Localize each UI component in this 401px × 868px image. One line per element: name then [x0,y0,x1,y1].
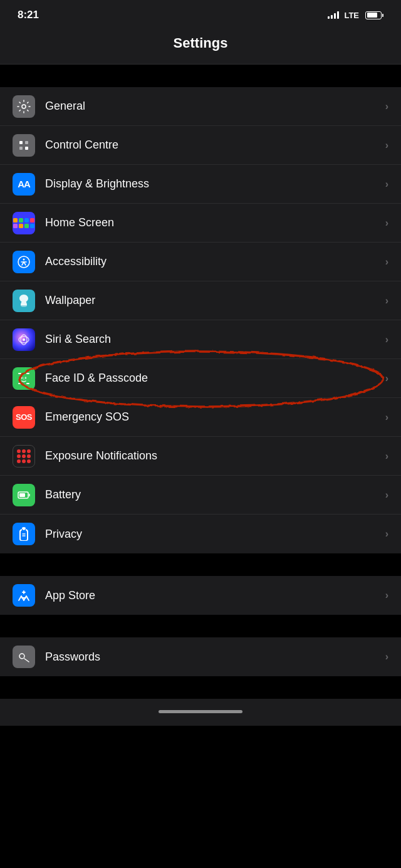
accessibility-chevron: › [385,256,388,268]
page-header: Settings [0,28,401,65]
control-centre-label: Control Centre [45,139,385,152]
siri-search-label: Siri & Search [45,333,385,346]
svg-rect-4 [25,147,28,150]
svg-rect-1 [19,141,23,144]
svg-point-26 [19,654,24,659]
section-gap-2 [0,553,401,576]
settings-item-face-id-passcode[interactable]: Face ID & Passcode › [0,359,401,398]
exposure-notifications-label: Exposure Notifications [45,449,385,463]
settings-item-wallpaper[interactable]: Wallpaper › [0,281,401,320]
face-id-icon [13,367,35,390]
svg-point-13 [23,338,25,341]
settings-section-2: App Store › [0,576,401,615]
settings-item-general[interactable]: General › [0,87,401,126]
display-brightness-icon: AA [13,173,35,196]
privacy-icon [13,523,35,545]
privacy-chevron: › [385,528,388,540]
settings-item-siri-search[interactable]: Siri & Search › [0,320,401,359]
wallpaper-label: Wallpaper [45,294,385,307]
siri-icon [13,328,35,351]
face-id-passcode-chevron: › [385,373,388,384]
home-screen-icon [13,212,35,234]
exposure-notifications-icon [13,445,35,468]
passwords-icon [13,646,35,668]
settings-section-3: Passwords › [0,637,401,676]
battery-label: Battery [45,488,385,501]
signal-bars-icon [328,11,339,19]
section-gap-top [0,65,401,87]
exposure-notifications-chevron: › [385,451,388,462]
wallpaper-chevron: › [385,295,388,306]
home-screen-chevron: › [385,217,388,229]
page-title: Settings [174,35,228,51]
settings-item-passwords[interactable]: Passwords › [0,637,401,676]
display-brightness-label: Display & Brightness [45,177,385,191]
svg-point-10 [21,304,27,306]
settings-item-control-centre[interactable]: Control Centre › [0,126,401,165]
emergency-sos-chevron: › [385,412,388,423]
settings-item-home-screen[interactable]: Home Screen › [0,204,401,243]
display-brightness-chevron: › [385,179,388,190]
settings-item-display-brightness[interactable]: AA Display & Brightness › [0,165,401,204]
svg-rect-18 [26,383,29,384]
settings-item-app-store[interactable]: App Store › [0,576,401,615]
svg-rect-15 [18,373,21,374]
settings-section-1: General › Control Centre › AA Display & … [0,87,401,553]
app-store-label: App Store [45,589,385,602]
battery-status-icon [365,11,383,19]
settings-item-privacy[interactable]: Privacy › [0,515,401,553]
settings-item-exposure-notifications[interactable]: Exposure Notifications › [0,437,401,476]
control-centre-icon [13,134,35,157]
status-icons: LTE [328,11,383,20]
face-id-passcode-label: Face ID & Passcode [45,372,385,385]
general-chevron: › [385,101,388,112]
lte-label: LTE [344,11,359,20]
general-label: General [45,100,385,113]
svg-rect-17 [18,383,21,384]
svg-point-6 [23,258,25,260]
accessibility-icon [13,251,35,273]
svg-rect-16 [26,373,29,374]
battery-chevron: › [385,489,388,501]
emergency-sos-label: Emergency SOS [45,410,385,424]
settings-item-accessibility[interactable]: Accessibility › [0,243,401,281]
battery-icon [13,484,35,506]
svg-rect-2 [25,141,28,144]
passwords-label: Passwords [45,651,385,664]
wallpaper-icon [13,290,35,312]
emergency-sos-icon: SOS [13,406,35,429]
app-store-chevron: › [385,590,388,601]
accessibility-label: Accessibility [45,255,385,268]
svg-rect-23 [19,493,25,497]
control-centre-chevron: › [385,140,388,151]
section-gap-3 [0,615,401,637]
status-bar: 8:21 LTE [0,0,401,28]
bottom-gap [0,676,401,699]
general-icon [13,95,35,118]
settings-item-battery[interactable]: Battery › [0,476,401,515]
privacy-label: Privacy [45,528,385,541]
home-indicator [159,710,242,713]
settings-item-emergency-sos[interactable]: SOS Emergency SOS › [0,398,401,437]
status-time: 8:21 [18,9,39,21]
passwords-chevron: › [385,651,388,662]
svg-point-0 [22,105,26,108]
home-screen-label: Home Screen [45,216,385,229]
siri-search-chevron: › [385,334,388,345]
svg-rect-3 [19,147,23,150]
bottom-bar [0,699,401,726]
app-store-icon [13,584,35,607]
